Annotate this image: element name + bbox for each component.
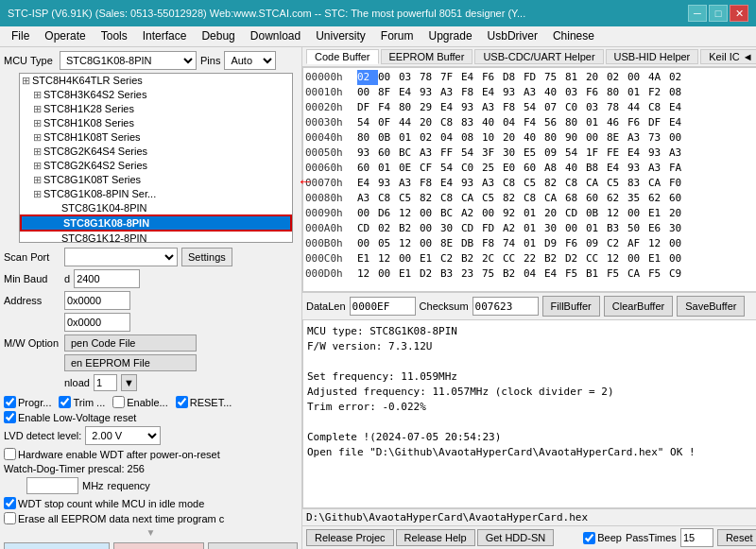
- list-item[interactable]: ⊞STC8H1K28 Series: [20, 102, 292, 116]
- hex-byte[interactable]: 00: [586, 130, 607, 146]
- hex-byte[interactable]: 93: [627, 161, 648, 176]
- hex-byte[interactable]: 30: [669, 221, 690, 236]
- hex-byte[interactable]: E1: [357, 251, 378, 266]
- hex-byte[interactable]: F6: [627, 115, 648, 130]
- hex-byte[interactable]: FD: [482, 221, 503, 236]
- hex-byte[interactable]: 82: [544, 176, 565, 191]
- trim-checkbox-label[interactable]: Trim ...: [59, 396, 105, 408]
- hex-byte[interactable]: 12: [399, 206, 420, 221]
- trim-checkbox[interactable]: [59, 396, 71, 408]
- hex-byte[interactable]: 60: [586, 191, 607, 206]
- hex-byte[interactable]: B2: [503, 266, 524, 282]
- hex-byte[interactable]: C2: [440, 251, 461, 266]
- hex-byte[interactable]: 12: [607, 206, 627, 221]
- prog-checkbox[interactable]: [4, 396, 16, 408]
- hex-byte[interactable]: F4: [378, 100, 399, 115]
- menu-item-operate[interactable]: Operate: [37, 28, 93, 44]
- erase-label[interactable]: Erase all EEPROM data next time program …: [4, 512, 298, 524]
- hex-byte[interactable]: 35: [627, 191, 648, 206]
- hex-byte[interactable]: 09: [586, 236, 607, 251]
- hex-byte[interactable]: F8: [503, 100, 524, 115]
- hex-byte[interactable]: 00: [482, 206, 503, 221]
- hex-byte[interactable]: B3: [607, 221, 627, 236]
- hex-byte[interactable]: B1: [586, 266, 607, 282]
- hex-byte[interactable]: 01: [524, 236, 544, 251]
- hex-byte[interactable]: 20: [503, 130, 524, 146]
- hex-byte[interactable]: CC: [586, 251, 607, 266]
- hex-byte[interactable]: 92: [503, 206, 524, 221]
- menu-item-usbdriver[interactable]: UsbDriver: [480, 28, 545, 44]
- hex-byte[interactable]: CD: [357, 221, 378, 236]
- hex-byte[interactable]: 93: [461, 176, 482, 191]
- hex-byte[interactable]: A3: [627, 130, 648, 146]
- save-buffer-button[interactable]: SaveBuffer: [677, 296, 745, 317]
- hex-byte[interactable]: 00: [669, 130, 690, 146]
- hex-byte[interactable]: 46: [607, 115, 627, 130]
- hex-byte[interactable]: E4: [399, 85, 420, 100]
- hex-byte[interactable]: 00: [378, 70, 399, 85]
- hex-byte[interactable]: 40: [482, 115, 503, 130]
- hex-byte[interactable]: C9: [669, 266, 690, 282]
- hex-byte[interactable]: 93: [648, 146, 669, 161]
- hex-byte[interactable]: 07: [544, 100, 565, 115]
- hex-byte[interactable]: 12: [357, 266, 378, 282]
- hex-byte[interactable]: A3: [648, 161, 669, 176]
- lvd-select[interactable]: 2.00 V: [85, 426, 161, 445]
- hex-byte[interactable]: A2: [461, 206, 482, 221]
- hex-byte[interactable]: D2: [565, 251, 586, 266]
- hex-byte[interactable]: CF: [420, 161, 440, 176]
- hex-byte[interactable]: E4: [669, 115, 690, 130]
- hex-byte[interactable]: 01: [524, 206, 544, 221]
- hex-byte[interactable]: C8: [378, 191, 399, 206]
- hex-byte[interactable]: 93: [357, 146, 378, 161]
- hex-byte[interactable]: 00: [357, 206, 378, 221]
- hex-byte[interactable]: F0: [669, 176, 690, 191]
- hex-byte[interactable]: 02: [378, 221, 399, 236]
- menu-item-file[interactable]: File: [4, 28, 37, 44]
- hex-byte[interactable]: 68: [565, 191, 586, 206]
- hex-byte[interactable]: 00: [399, 251, 420, 266]
- reset-checkbox-label[interactable]: RESET...: [176, 396, 232, 408]
- hex-byte[interactable]: E5: [524, 146, 544, 161]
- hex-byte[interactable]: CA: [586, 176, 607, 191]
- release-project-button[interactable]: Release Projec: [306, 529, 394, 546]
- list-item[interactable]: ⊞STC8G1K08-8PIN Ser...: [20, 187, 292, 201]
- list-item[interactable]: ⊞STC8G2K64S2 Series: [20, 159, 292, 173]
- hex-byte[interactable]: 78: [607, 100, 627, 115]
- hex-byte[interactable]: 44: [399, 115, 420, 130]
- enable-checkbox-label[interactable]: Enable...: [112, 396, 167, 408]
- menu-item-chinese[interactable]: Chinese: [545, 28, 602, 44]
- hex-byte[interactable]: 12: [378, 251, 399, 266]
- list-item[interactable]: ⊞STC8H4K64TLR Series: [20, 74, 292, 88]
- hex-byte[interactable]: A3: [524, 85, 544, 100]
- hex-byte[interactable]: 80: [399, 100, 420, 115]
- hex-byte[interactable]: 02: [607, 70, 627, 85]
- hex-byte[interactable]: 78: [420, 70, 440, 85]
- hex-byte[interactable]: E4: [461, 70, 482, 85]
- hex-byte[interactable]: C8: [440, 191, 461, 206]
- hex-byte[interactable]: 62: [648, 191, 669, 206]
- address2-input[interactable]: [64, 313, 130, 332]
- hex-byte[interactable]: 93: [461, 100, 482, 115]
- hex-byte[interactable]: C0: [461, 161, 482, 176]
- hex-byte[interactable]: 08: [669, 85, 690, 100]
- hex-byte[interactable]: E1: [420, 251, 440, 266]
- hex-byte[interactable]: BC: [440, 206, 461, 221]
- menu-item-forum[interactable]: Forum: [373, 28, 421, 44]
- buffer-tab-keil-ic--[interactable]: Keil IC ◄: [700, 49, 756, 64]
- hw-wdt-checkbox[interactable]: [4, 448, 16, 460]
- hex-byte[interactable]: 23: [461, 266, 482, 282]
- checksum-input[interactable]: [472, 297, 539, 316]
- hex-byte[interactable]: B2: [399, 221, 420, 236]
- hex-byte[interactable]: B2: [461, 251, 482, 266]
- hex-byte[interactable]: 2C: [482, 251, 503, 266]
- hex-byte[interactable]: 54: [440, 161, 461, 176]
- hex-byte[interactable]: 12: [648, 236, 669, 251]
- hex-byte[interactable]: 75: [482, 266, 503, 282]
- hex-byte[interactable]: 0E: [399, 161, 420, 176]
- open-code-file-btn[interactable]: pen Code File: [64, 335, 197, 352]
- hex-byte[interactable]: 04: [503, 115, 524, 130]
- enable-lv-label[interactable]: Enable Low-Voltage reset: [4, 411, 298, 423]
- hex-byte[interactable]: 40: [565, 161, 586, 176]
- hex-byte[interactable]: A3: [440, 85, 461, 100]
